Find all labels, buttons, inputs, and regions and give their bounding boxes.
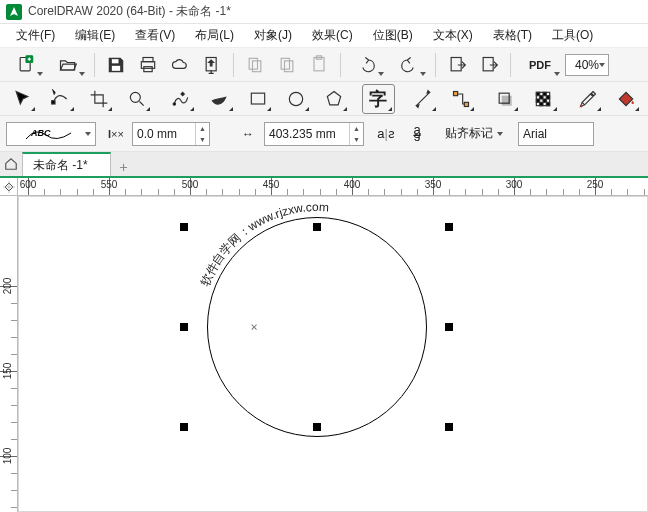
svg-rect-15 [483, 57, 493, 70]
resize-handle-ne[interactable] [445, 223, 453, 231]
vertical-ruler[interactable]: 200150100 [0, 196, 18, 512]
mirror-horiz-button[interactable]: a|ꙅ [372, 121, 400, 147]
welcome-tab-icon[interactable] [0, 152, 22, 176]
svg-rect-11 [285, 60, 293, 71]
svg-rect-8 [249, 58, 257, 69]
kerning-icon: I×× [104, 122, 128, 146]
svg-rect-3 [112, 65, 120, 70]
export-button[interactable] [474, 50, 504, 80]
menu-对象[interactable]: 对象(J) [244, 24, 302, 47]
svg-rect-10 [281, 58, 289, 69]
eyedropper-tool[interactable] [572, 84, 604, 114]
menu-查看[interactable]: 查看(V) [125, 24, 185, 47]
drop-shadow-tool[interactable] [489, 84, 521, 114]
window-title: CorelDRAW 2020 (64-Bit) - 未命名 -1* [28, 3, 231, 20]
resize-handle-e[interactable] [445, 323, 453, 331]
svg-rect-16 [52, 100, 55, 103]
zoom-level-combo[interactable]: 40% [565, 54, 609, 76]
new-tab-button[interactable]: + [115, 158, 133, 176]
menu-布局[interactable]: 布局(L) [185, 24, 244, 47]
svg-point-18 [173, 102, 176, 105]
object-center-icon: × [250, 320, 257, 334]
text-width-field[interactable]: 403.235 mm▲▼ [264, 122, 364, 146]
menu-文本[interactable]: 文本(X) [423, 24, 483, 47]
polygon-tool[interactable] [318, 84, 350, 114]
shape-tool[interactable] [44, 84, 76, 114]
resize-handle-n[interactable] [313, 223, 321, 231]
mirror-vert-button[interactable]: aa [404, 121, 430, 147]
svg-rect-21 [453, 91, 457, 95]
svg-rect-6 [144, 66, 152, 71]
svg-rect-22 [464, 102, 468, 106]
text-preset-combo[interactable]: ABC [6, 122, 96, 146]
svg-rect-32 [540, 102, 543, 105]
width-arrow-icon: ↔ [236, 122, 260, 146]
resize-handle-nw[interactable] [180, 223, 188, 231]
app-logo-icon [6, 4, 22, 20]
crop-tool[interactable] [83, 84, 115, 114]
resize-handle-s[interactable] [313, 423, 321, 431]
svg-rect-9 [253, 60, 261, 71]
freehand-tool[interactable] [165, 84, 197, 114]
svg-rect-24 [502, 95, 512, 105]
font-family-combo[interactable]: Arial [518, 122, 594, 146]
menu-工具[interactable]: 工具(O) [542, 24, 603, 47]
property-bar: ABC I×× 0.0 mm▲▼ ↔ 403.235 mm▲▼ a|ꙅ aa 贴… [0, 116, 648, 152]
text-on-path[interactable]: 软件自学网：www.rjzxw.com [19, 197, 20, 198]
svg-text:ABC: ABC [30, 128, 51, 138]
svg-point-17 [130, 92, 140, 102]
open-button[interactable] [48, 50, 88, 80]
resize-handle-sw[interactable] [180, 423, 188, 431]
menu-文件[interactable]: 文件(F) [6, 24, 65, 47]
horizontal-ruler[interactable]: 600550500450400350300250 [18, 178, 648, 196]
paste-button[interactable] [304, 50, 334, 80]
document-tabs: 未命名 -1* + [0, 152, 648, 178]
cut-button[interactable] [240, 50, 270, 80]
menu-表格[interactable]: 表格(T) [483, 24, 542, 47]
kerning-field[interactable]: 0.0 mm▲▼ [132, 122, 210, 146]
title-bar: CorelDRAW 2020 (64-Bit) - 未命名 -1* [0, 0, 648, 24]
publish-pdf-button[interactable]: PDF [517, 50, 563, 80]
ellipse-tool[interactable] [280, 84, 312, 114]
artistic-media-tool[interactable] [203, 84, 235, 114]
rectangle-tool[interactable] [242, 84, 274, 114]
document-tab-label: 未命名 -1* [33, 157, 88, 174]
save-button[interactable] [101, 50, 131, 80]
pick-tool[interactable] [6, 84, 38, 114]
menu-bar: 文件(F)编辑(E)查看(V)布局(L)对象(J)效果(C)位图(B)文本(X)… [0, 24, 648, 48]
svg-rect-33 [547, 102, 550, 105]
import-button[interactable] [442, 50, 472, 80]
menu-位图[interactable]: 位图(B) [363, 24, 423, 47]
menu-编辑[interactable]: 编辑(E) [65, 24, 125, 47]
drawing-canvas[interactable]: 软件自学网：www.rjzxw.com × [18, 196, 648, 512]
ruler-origin-icon[interactable] [0, 178, 18, 196]
svg-point-20 [289, 92, 302, 105]
text-tool[interactable]: 字 [362, 84, 394, 114]
fill-tool[interactable] [610, 84, 642, 114]
ellipse-object[interactable] [207, 217, 427, 437]
new-document-button[interactable] [6, 50, 46, 80]
dimension-tool[interactable] [407, 84, 439, 114]
svg-rect-4 [143, 57, 153, 61]
svg-rect-19 [251, 93, 264, 104]
resize-handle-w[interactable] [180, 323, 188, 331]
snap-marks-button[interactable]: 贴齐标记 [438, 122, 510, 146]
zoom-tool[interactable] [121, 84, 153, 114]
redo-button[interactable] [389, 50, 429, 80]
copy-button[interactable] [272, 50, 302, 80]
transparency-tool[interactable] [527, 84, 559, 114]
menu-效果[interactable]: 效果(C) [302, 24, 363, 47]
toolbox: 字 [0, 82, 648, 116]
cloud-button[interactable] [165, 50, 195, 80]
standard-toolbar: PDF 40% [0, 48, 648, 82]
resize-handle-se[interactable] [445, 423, 453, 431]
work-area: 600550500450400350300250 200150100 软件自学网… [0, 178, 648, 512]
svg-rect-2 [112, 59, 119, 63]
document-tab[interactable]: 未命名 -1* [22, 152, 111, 176]
svg-rect-14 [451, 57, 461, 70]
print-button[interactable] [133, 50, 163, 80]
publish-button[interactable] [197, 50, 227, 80]
connector-tool[interactable] [445, 84, 477, 114]
undo-button[interactable] [347, 50, 387, 80]
